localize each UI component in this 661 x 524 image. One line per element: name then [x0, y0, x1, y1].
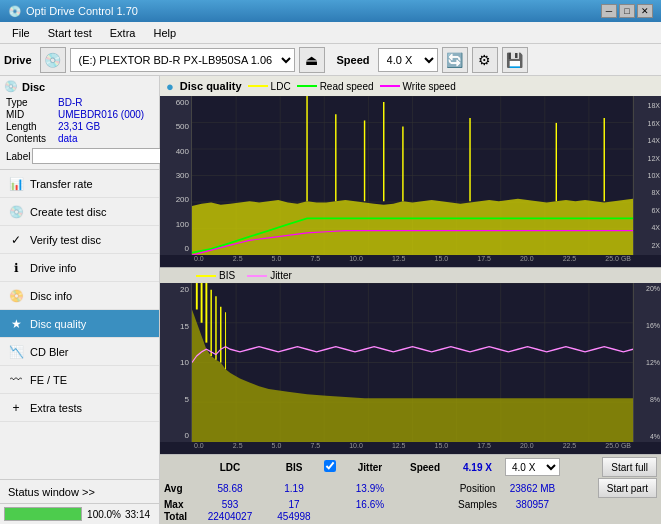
disc-type-value: BD-R [58, 97, 82, 108]
y-label-200: 200 [162, 195, 189, 204]
speed-select[interactable]: 4.0 X [378, 48, 438, 72]
avg-row: Avg 58.68 1.19 13.9% Position 23862 MB S… [164, 478, 657, 498]
sidebar-item-fe-te-label: FE / TE [30, 374, 67, 386]
sidebar-item-extra-tests-label: Extra tests [30, 402, 82, 414]
max-ldc-value: 593 [196, 499, 264, 510]
legend-read-speed-color [297, 85, 317, 87]
disc-length-row: Length 23,31 GB [4, 121, 155, 132]
total-row: Total 22404027 454998 [164, 511, 657, 522]
legend-read-speed-label: Read speed [320, 81, 374, 92]
disc-header: 💿 Disc [4, 80, 155, 93]
drive-icon-button[interactable]: 💿 [40, 47, 66, 73]
top-chart-area: 0.0 2.5 5.0 7.5 10.0 12.5 15.0 17.5 20.0… [192, 96, 633, 255]
legend-read-speed: Read speed [297, 81, 374, 92]
disc-mid-value: UMEBDR016 (000) [58, 109, 144, 120]
disc-contents-label: Contents [6, 133, 56, 144]
disc-label-input[interactable] [32, 148, 165, 164]
menu-start-test[interactable]: Start test [40, 25, 100, 41]
legend-jitter: Jitter [247, 270, 292, 281]
progress-row: 100.0% 33:14 [0, 504, 159, 524]
quality-title: Disc quality [180, 80, 242, 92]
max-bis-value: 17 [264, 499, 324, 510]
drive-select[interactable]: (E:) PLEXTOR BD-R PX-LB950SA 1.06 [70, 48, 295, 72]
sidebar-item-transfer-rate-label: Transfer rate [30, 178, 93, 190]
disc-contents-value: data [58, 133, 77, 144]
eject-button[interactable]: ⏏ [299, 47, 325, 73]
sidebar-item-drive-info[interactable]: ℹ Drive info [0, 254, 159, 282]
speed-select-stats[interactable]: 4.0 X [505, 458, 560, 476]
y-label-400: 400 [162, 147, 189, 156]
legend-jitter-color [247, 275, 267, 277]
maximize-button[interactable]: □ [619, 4, 635, 18]
app-icon: 💿 [8, 5, 22, 18]
bottom-chart-container: 20 15 10 5 0 [160, 283, 661, 442]
top-x-labels: 0.0 2.5 5.0 7.5 10.0 12.5 15.0 17.5 20.0… [160, 255, 661, 267]
sidebar-item-create-test-disc[interactable]: 💿 Create test disc [0, 198, 159, 226]
drive-label: Drive [4, 54, 32, 66]
sidebar-item-disc-quality[interactable]: ★ Disc quality [0, 310, 159, 338]
ldc-col-header: LDC [196, 462, 264, 473]
settings-button[interactable]: ⚙ [472, 47, 498, 73]
menubar: File Start test Extra Help [0, 22, 661, 44]
fe-te-icon: 〰 [8, 372, 24, 388]
total-ldc-value: 22404027 [196, 511, 264, 522]
start-part-button[interactable]: Start part [598, 478, 657, 498]
top-x-axis [192, 243, 633, 255]
disc-quality-icon: ★ [8, 316, 24, 332]
status-window-label: Status window >> [8, 486, 95, 498]
legend-ldc-label: LDC [271, 81, 291, 92]
sidebar-item-verify-test-disc[interactable]: ✓ Verify test disc [0, 226, 159, 254]
avg-ldc-value: 58.68 [196, 483, 264, 494]
samples-label: Samples [450, 499, 505, 510]
sidebar-item-transfer-rate[interactable]: 📊 Transfer rate [0, 170, 159, 198]
disc-info-icon: 📀 [8, 288, 24, 304]
total-bis-value: 454998 [264, 511, 324, 522]
top-chart-svg: 0.0 2.5 5.0 7.5 10.0 12.5 15.0 17.5 20.0… [192, 96, 633, 255]
minimize-button[interactable]: ─ [601, 4, 617, 18]
disc-header-label: Disc [22, 81, 45, 93]
jitter-checkbox[interactable] [324, 460, 336, 472]
sidebar-item-fe-te[interactable]: 〰 FE / TE [0, 366, 159, 394]
menu-file[interactable]: File [4, 25, 38, 41]
y-label-300: 300 [162, 171, 189, 180]
close-button[interactable]: ✕ [637, 4, 653, 18]
content-area: ● Disc quality LDC Read speed Write spee… [160, 76, 661, 524]
sidebar-item-drive-info-label: Drive info [30, 262, 76, 274]
y-label-600: 600 [162, 98, 189, 107]
top-chart-container: 600 500 400 300 200 100 0 [160, 96, 661, 255]
sidebar-item-verify-test-disc-label: Verify test disc [30, 234, 101, 246]
save-button[interactable]: 💾 [502, 47, 528, 73]
legend-write-speed: Write speed [380, 81, 456, 92]
disc-length-value: 23,31 GB [58, 121, 100, 132]
speed-result: 4.19 X [450, 462, 505, 473]
disc-label-row: Label 🔍 [4, 145, 155, 165]
total-label: Total [164, 511, 196, 522]
max-jitter-value: 16.6% [340, 499, 400, 510]
quality-header: ● Disc quality LDC Read speed Write spee… [160, 76, 661, 96]
progress-bar-fill [5, 508, 81, 520]
disc-label-label: Label [6, 151, 30, 162]
y-label-100: 100 [162, 220, 189, 229]
legend-write-speed-label: Write speed [403, 81, 456, 92]
menu-extra[interactable]: Extra [102, 25, 144, 41]
avg-label: Avg [164, 483, 196, 494]
sidebar-item-disc-info[interactable]: 📀 Disc info [0, 282, 159, 310]
titlebar: 💿 Opti Drive Control 1.70 ─ □ ✕ [0, 0, 661, 22]
sidebar-item-disc-quality-label: Disc quality [30, 318, 86, 330]
start-full-button[interactable]: Start full [602, 457, 657, 477]
status-window-button[interactable]: Status window >> [0, 480, 159, 504]
disc-length-label: Length [6, 121, 56, 132]
progress-time: 33:14 [125, 509, 155, 520]
refresh-button[interactable]: 🔄 [442, 47, 468, 73]
legend-ldc-color [248, 85, 268, 87]
sidebar-item-extra-tests[interactable]: + Extra tests [0, 394, 159, 422]
bottom-legend: BIS Jitter [160, 267, 661, 283]
max-label: Max [164, 499, 196, 510]
menu-help[interactable]: Help [145, 25, 184, 41]
sidebar-item-cd-bler[interactable]: 📉 CD Bler [0, 338, 159, 366]
jitter-col-header: Jitter [340, 462, 400, 473]
disc-header-icon: 💿 [4, 80, 18, 93]
quality-title-icon: ● [166, 79, 174, 94]
position-label: Position [450, 483, 505, 494]
samples-value: 380957 [505, 499, 560, 510]
